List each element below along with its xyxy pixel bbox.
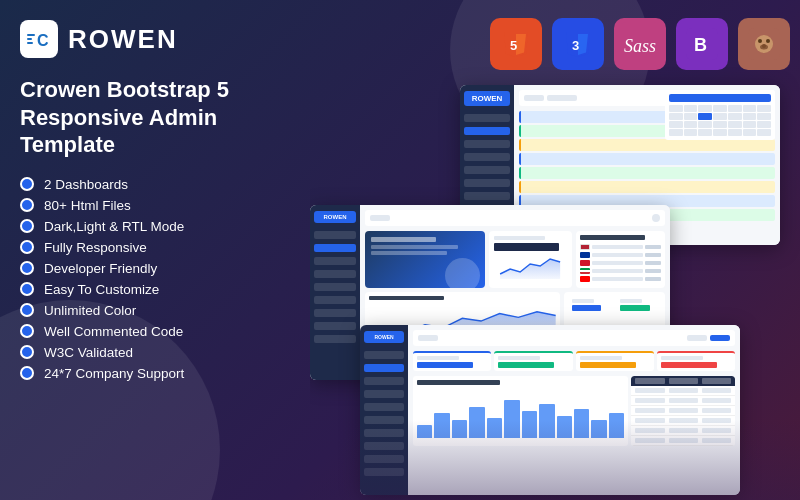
td-qty [702, 418, 731, 423]
feature-dot [20, 198, 34, 212]
bar [504, 400, 519, 438]
stat-value [498, 362, 554, 368]
topbar-brand [418, 335, 438, 341]
td-price [669, 428, 698, 433]
feature-item: Developer Friendly [20, 261, 290, 276]
topbar-brand [370, 215, 390, 221]
flag-row [580, 244, 661, 250]
cal-cell [684, 121, 698, 128]
stat-label [620, 299, 642, 303]
flag-label [592, 277, 643, 281]
table-header [631, 376, 735, 386]
mini-nav [314, 283, 356, 291]
mini-table [631, 376, 735, 446]
mini-nav [314, 257, 356, 265]
cal-cell [728, 121, 742, 128]
stat-card-profit [576, 351, 654, 371]
mini-logo: ROWEN [464, 91, 510, 106]
mini-nav [314, 244, 356, 252]
mini-nav [464, 153, 510, 161]
mini-nav [364, 403, 404, 411]
feature-dot [20, 177, 34, 191]
bar [609, 413, 624, 438]
topbar-avatar [652, 214, 660, 222]
svg-text:5: 5 [510, 38, 517, 53]
feature-dot [20, 219, 34, 233]
feature-dot [20, 345, 34, 359]
feature-item: Unlimited Color [20, 303, 290, 318]
th-qty [702, 378, 731, 384]
feature-item: 80+ Html Files [20, 198, 290, 213]
flag-value [645, 261, 661, 265]
bar [417, 425, 432, 439]
flag-cn [580, 276, 590, 282]
svg-rect-2 [27, 42, 33, 44]
table-row [631, 436, 735, 446]
event-item [519, 181, 775, 193]
event-item [519, 167, 775, 179]
td-price [669, 398, 698, 403]
bar [522, 411, 537, 438]
mini-nav [364, 377, 404, 385]
feature-label: 24*7 Company Support [44, 366, 184, 381]
features-list: 2 Dashboards 80+ Html Files Dark,Light &… [20, 177, 290, 381]
table-row [631, 386, 735, 396]
stat-label [417, 356, 459, 360]
feature-label: W3C Validated [44, 345, 133, 360]
td-product [635, 398, 664, 403]
feature-item: W3C Validated [20, 345, 290, 360]
svg-rect-0 [27, 34, 35, 36]
stat-item [568, 296, 613, 314]
bar [539, 404, 554, 438]
bootstrap-icon: B [676, 18, 728, 70]
feature-item: Fully Responsive [20, 240, 290, 255]
svg-point-17 [766, 39, 770, 43]
chart-title [417, 380, 500, 385]
mini-nav [314, 231, 356, 239]
svg-rect-1 [27, 38, 32, 40]
flag-it [580, 268, 590, 274]
stat-label [580, 356, 622, 360]
cal-cell [713, 105, 727, 112]
mini-nav [364, 455, 404, 463]
cal-cell [743, 113, 757, 120]
td-product [635, 438, 664, 443]
stats-card [489, 231, 571, 288]
bar-chart-container [413, 376, 628, 446]
topbar-actions [687, 335, 730, 341]
logo-icon: C [20, 20, 58, 58]
bar [487, 418, 502, 438]
stat-value [580, 362, 636, 368]
feature-dot [20, 324, 34, 338]
td-qty [702, 438, 731, 443]
cal-cell [669, 129, 683, 136]
welcome-title [371, 237, 436, 242]
stats-row [413, 351, 735, 371]
feature-dot [20, 366, 34, 380]
mini-nav [364, 364, 404, 372]
stat-value [417, 362, 473, 368]
cal-cell [743, 121, 757, 128]
td-qty [702, 408, 731, 413]
feature-label: Developer Friendly [44, 261, 157, 276]
cal-cell [757, 105, 771, 112]
mid-content [365, 231, 665, 288]
topbar-item [547, 95, 577, 101]
td-price [669, 418, 698, 423]
feature-dot [20, 303, 34, 317]
topbar-brand [524, 95, 544, 101]
th-price [669, 378, 698, 384]
svg-text:B: B [694, 35, 707, 55]
bar [452, 420, 467, 438]
svg-text:3: 3 [572, 38, 579, 53]
css3-icon: 3 [552, 18, 604, 70]
cal-cell [713, 121, 727, 128]
flag-row [580, 260, 661, 266]
cal-cell [669, 121, 683, 128]
flag-row [580, 268, 661, 274]
mini-main-bot [408, 325, 740, 495]
welcome-avatar [445, 258, 480, 288]
stat-bar [572, 305, 602, 311]
mini-nav [364, 351, 404, 359]
cal-cell [669, 113, 683, 120]
